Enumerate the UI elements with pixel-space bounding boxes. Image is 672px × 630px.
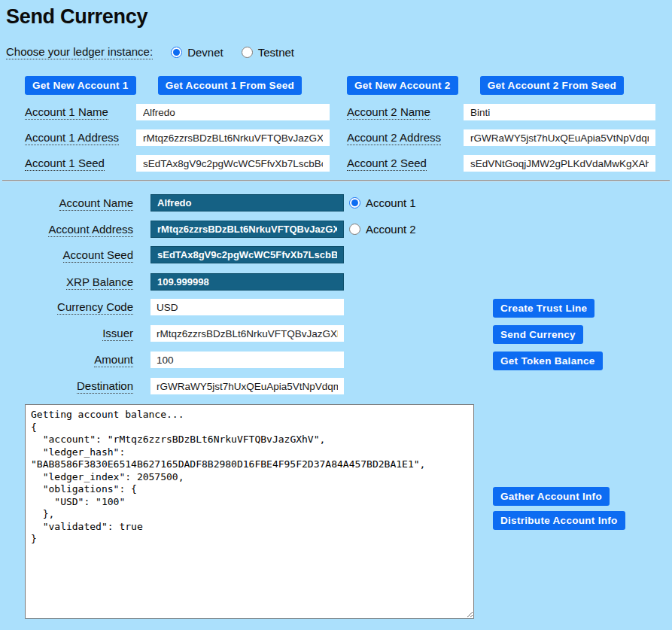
account1-name-input[interactable] bbox=[136, 104, 330, 120]
testnet-label: Testnet bbox=[258, 46, 294, 59]
xrp-balance-field[interactable] bbox=[151, 273, 344, 291]
account1-select-radio[interactable] bbox=[349, 197, 360, 208]
account2-seed-input[interactable] bbox=[464, 155, 655, 172]
account1-select-label: Account 1 bbox=[366, 196, 416, 209]
page-title: Send Currency bbox=[6, 5, 147, 29]
account2-address-label: Account 2 Address bbox=[347, 131, 441, 145]
account-seed-field[interactable] bbox=[151, 246, 344, 263]
section-divider bbox=[2, 180, 670, 181]
transaction-actions: Create Trust Line Send Currency Get Toke… bbox=[493, 299, 603, 370]
account2-name-input[interactable] bbox=[464, 104, 655, 120]
account1-seed-label: Account 1 Seed bbox=[25, 157, 105, 171]
get-token-balance-button[interactable]: Get Token Balance bbox=[493, 352, 603, 370]
get-account1-from-seed-button[interactable]: Get Account 1 From Seed bbox=[158, 76, 302, 95]
issuer-input[interactable] bbox=[151, 325, 344, 342]
account-name-row: Account Name bbox=[0, 194, 344, 212]
destination-label: Destination bbox=[77, 379, 133, 394]
currency-code-label: Currency Code bbox=[57, 300, 133, 315]
account2-address-input[interactable] bbox=[464, 129, 655, 146]
results-textarea[interactable]: Getting account balance... { "account": … bbox=[25, 404, 474, 619]
create-trust-line-button[interactable]: Create Trust Line bbox=[493, 299, 594, 318]
account2-section: Get New Account 2 Get Account 2 From See… bbox=[347, 76, 655, 181]
account1-section: Get New Account 1 Get Account 1 From See… bbox=[25, 76, 330, 181]
amount-row: Amount bbox=[0, 352, 344, 368]
testnet-option[interactable]: Testnet bbox=[242, 46, 294, 59]
account-name-field[interactable] bbox=[151, 194, 344, 212]
xrp-balance-label: XRP Balance bbox=[66, 275, 133, 290]
account2-select-option[interactable]: Account 2 bbox=[349, 221, 416, 238]
account-info-actions: Gather Account Info Distribute Account I… bbox=[493, 487, 625, 530]
account2-select-radio[interactable] bbox=[349, 224, 360, 235]
account2-seed-label: Account 2 Seed bbox=[347, 157, 427, 171]
account1-address-label: Account 1 Address bbox=[25, 131, 119, 145]
issuer-label: Issuer bbox=[102, 327, 133, 341]
currency-code-row: Currency Code bbox=[0, 299, 344, 315]
devnet-radio[interactable] bbox=[171, 47, 182, 58]
account1-select-option[interactable]: Account 1 bbox=[349, 194, 416, 212]
account-address-label: Account Address bbox=[48, 223, 133, 237]
distribute-account-info-button[interactable]: Distribute Account Info bbox=[493, 511, 625, 530]
account2-select-label: Account 2 bbox=[366, 223, 416, 236]
account1-address-input[interactable] bbox=[136, 129, 330, 146]
send-currency-button[interactable]: Send Currency bbox=[493, 325, 583, 344]
destination-input[interactable] bbox=[151, 378, 344, 394]
get-new-account1-button[interactable]: Get New Account 1 bbox=[25, 76, 136, 95]
get-new-account2-button[interactable]: Get New Account 2 bbox=[347, 76, 458, 95]
account-seed-label: Account Seed bbox=[63, 248, 133, 263]
amount-label: Amount bbox=[94, 353, 133, 367]
account-name-label: Account Name bbox=[59, 196, 133, 211]
gather-account-info-button[interactable]: Gather Account Info bbox=[493, 487, 610, 506]
devnet-label: Devnet bbox=[187, 46, 223, 59]
account-select: Account 1 Account 2 bbox=[349, 194, 416, 238]
get-account2-from-seed-button[interactable]: Get Account 2 From Seed bbox=[480, 76, 624, 95]
issuer-row: Issuer bbox=[0, 325, 344, 342]
testnet-radio[interactable] bbox=[242, 47, 253, 58]
xrp-balance-row: XRP Balance bbox=[0, 273, 344, 291]
account-address-field[interactable] bbox=[151, 221, 344, 238]
ledger-chooser-label: Choose your ledger instance: bbox=[6, 45, 153, 59]
account1-seed-input[interactable] bbox=[136, 155, 330, 172]
account1-name-label: Account 1 Name bbox=[25, 105, 108, 120]
currency-code-input[interactable] bbox=[151, 299, 344, 315]
account-seed-row: Account Seed bbox=[0, 246, 344, 263]
ledger-chooser: Choose your ledger instance: Devnet Test… bbox=[6, 45, 294, 59]
account2-name-label: Account 2 Name bbox=[347, 105, 430, 120]
account-address-row: Account Address bbox=[0, 221, 344, 238]
destination-row: Destination bbox=[0, 378, 344, 394]
devnet-option[interactable]: Devnet bbox=[171, 46, 223, 59]
amount-input[interactable] bbox=[151, 352, 344, 368]
